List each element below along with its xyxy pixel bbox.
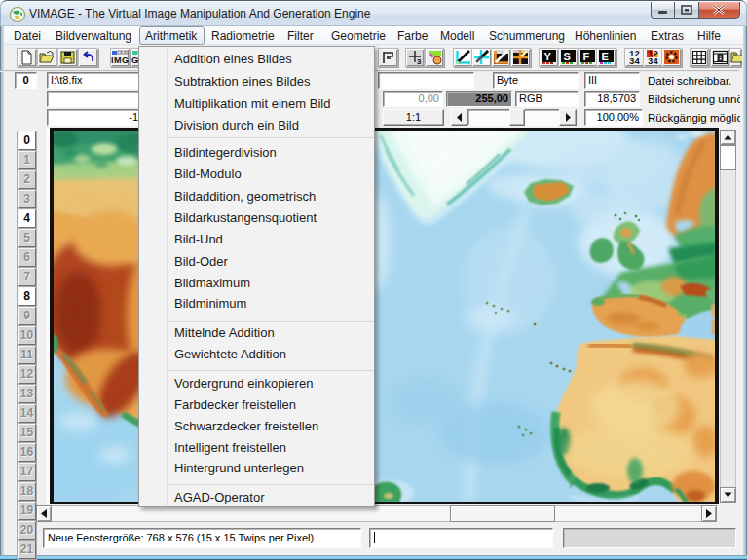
svg-text:E: E (602, 51, 609, 62)
svg-text:F: F (583, 51, 590, 62)
svg-text:IMG: IMG (111, 56, 129, 65)
svg-text:S: S (564, 51, 571, 62)
svg-text:3: 3 (417, 57, 422, 66)
svg-text:Y: Y (544, 51, 552, 62)
svg-text:34: 34 (648, 57, 658, 66)
svg-text:34: 34 (629, 57, 640, 66)
